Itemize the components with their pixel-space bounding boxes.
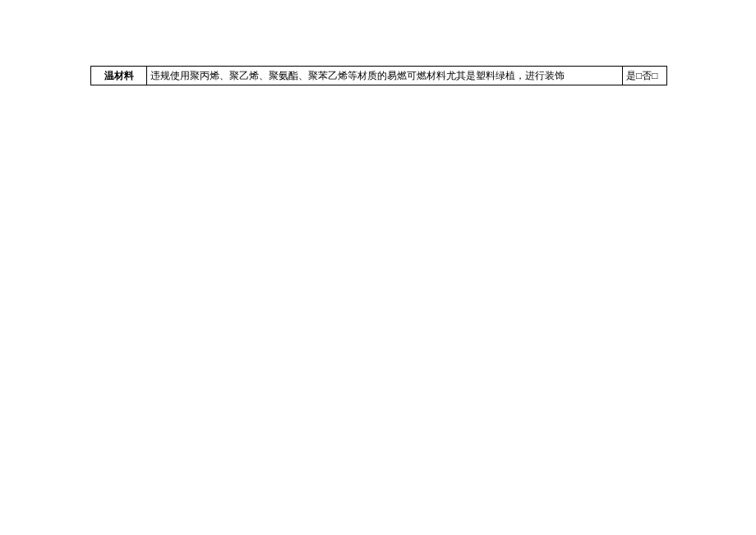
- row-check: 是□否□: [626, 70, 658, 81]
- row-check-cell: 是□否□: [623, 67, 667, 85]
- table-row: 温材料 违规使用聚丙烯、聚乙烯、聚氨酯、聚苯乙烯等材质的易燃可燃材料尤其是塑料绿…: [91, 67, 667, 85]
- row-description-cell: 违规使用聚丙烯、聚乙烯、聚氨酯、聚苯乙烯等材质的易燃可燃材料尤其是塑料绿植，进行…: [147, 67, 623, 85]
- row-description: 违规使用聚丙烯、聚乙烯、聚氨酯、聚苯乙烯等材质的易燃可燃材料尤其是塑料绿植，进行…: [150, 70, 565, 81]
- row-label-cell: 温材料: [91, 67, 147, 85]
- table-container: 温材料 违规使用聚丙烯、聚乙烯、聚氨酯、聚苯乙烯等材质的易燃可燃材料尤其是塑料绿…: [90, 66, 667, 85]
- row-label: 温材料: [104, 70, 134, 81]
- checklist-table: 温材料 违规使用聚丙烯、聚乙烯、聚氨酯、聚苯乙烯等材质的易燃可燃材料尤其是塑料绿…: [90, 66, 667, 85]
